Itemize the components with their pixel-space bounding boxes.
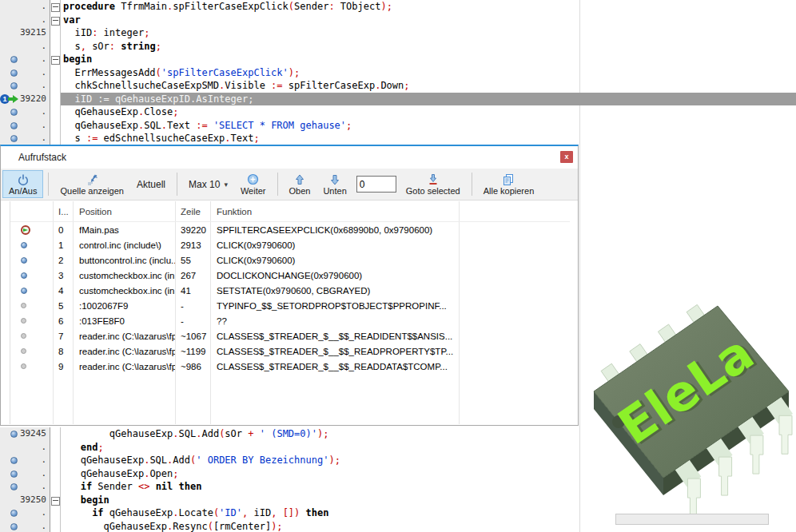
callstack-frame-row[interactable]: 1control.inc (include\)2913CLICK(0x97906… bbox=[10, 237, 570, 252]
frame-position[interactable]: :013FE8F0 bbox=[73, 316, 175, 326]
frame-line[interactable]: 41 bbox=[175, 286, 210, 296]
callstack-titlebar[interactable]: Aufrufstack x bbox=[1, 146, 578, 169]
frame-position[interactable]: reader.inc (C:\lazarus\fp... bbox=[73, 347, 175, 356]
gutter-cell[interactable]: 139220 bbox=[0, 93, 50, 106]
frame-line[interactable]: 267 bbox=[175, 271, 210, 280]
frame-function[interactable]: CLASSES$_$TREADER_$__$$_READPROPERTY$TP.… bbox=[210, 347, 459, 356]
fold-gutter[interactable] bbox=[50, 14, 61, 27]
callstack-frame-row[interactable]: 0fMain.pas39220SPFILTERCASEEXPCLICK(0x68… bbox=[10, 222, 570, 237]
current-frame-button[interactable]: Aktuell bbox=[130, 179, 172, 190]
fold-gutter[interactable] bbox=[50, 441, 61, 455]
frame-index[interactable]: 1 bbox=[53, 240, 73, 250]
gutter-cell[interactable]: . bbox=[0, 53, 50, 66]
code-line[interactable]: .begin bbox=[0, 53, 796, 66]
gutter-cell[interactable]: 39250 bbox=[0, 494, 50, 507]
frame-function[interactable]: CLICK(0x9790600) bbox=[210, 256, 459, 265]
gutter-cell[interactable]: . bbox=[0, 105, 50, 119]
fold-gutter[interactable] bbox=[50, 119, 61, 133]
max-depth-dropdown[interactable]: Max 10 ▾ bbox=[182, 179, 234, 190]
code-line[interactable]: 39215 iID: integer; bbox=[0, 26, 796, 40]
more-frames-button[interactable]: Weiter bbox=[234, 170, 273, 198]
fold-gutter[interactable] bbox=[50, 132, 61, 145]
frame-position[interactable]: customcheckbox.inc (in... bbox=[73, 286, 175, 296]
fold-gutter[interactable] bbox=[50, 0, 61, 14]
gutter-cell[interactable]: . bbox=[0, 0, 50, 14]
callstack-frame-row[interactable]: 3customcheckbox.inc (in...267DOCLICKONCH… bbox=[10, 268, 570, 283]
fold-collapse-icon[interactable] bbox=[51, 17, 60, 26]
code-line[interactable]: . chkSchnellsucheCaseExpSMD.Visible := s… bbox=[0, 79, 796, 93]
code-text[interactable]: chkSchnellsucheCaseExpSMD.Visible := spF… bbox=[61, 79, 796, 93]
fold-gutter[interactable] bbox=[50, 105, 61, 119]
show-source-button[interactable]: Quelle anzeigen bbox=[54, 170, 130, 198]
frame-position[interactable]: customcheckbox.inc (in... bbox=[73, 271, 175, 280]
callstack-frame-row[interactable]: 9reader.inc (C:\lazarus\fp...~986CLASSES… bbox=[10, 359, 570, 374]
frame-position[interactable]: fMain.pas bbox=[73, 225, 175, 235]
fold-gutter[interactable] bbox=[50, 66, 61, 80]
code-text[interactable]: s := edSchnellsucheCaseExp.Text; bbox=[61, 132, 796, 145]
code-text[interactable]: qGehauseExp.Close; bbox=[61, 105, 796, 119]
fold-gutter[interactable] bbox=[50, 494, 61, 507]
code-text[interactable]: var bbox=[61, 14, 796, 27]
fold-gutter[interactable] bbox=[50, 454, 61, 467]
code-line[interactable]: 139220 iID := qGehauseExpID.AsInteger; bbox=[0, 93, 796, 106]
frame-function[interactable]: SETSTATE(0x9790600, CBGRAYED) bbox=[210, 286, 459, 296]
gutter-cell[interactable]: . bbox=[0, 520, 50, 532]
frame-position[interactable]: reader.inc (C:\lazarus\fp... bbox=[73, 332, 175, 341]
gutter-cell[interactable]: . bbox=[0, 441, 50, 455]
code-line[interactable]: . qGehauseExp.SQL.Text := 'SELECT * FROM… bbox=[0, 119, 796, 133]
fold-gutter[interactable] bbox=[50, 480, 61, 494]
gutter-cell[interactable]: 39245 bbox=[0, 427, 50, 441]
gutter-cell[interactable]: . bbox=[0, 119, 50, 133]
frame-index[interactable]: 6 bbox=[53, 316, 73, 326]
gutter-cell[interactable]: . bbox=[0, 454, 50, 467]
gutter-cell[interactable]: . bbox=[0, 66, 50, 80]
frame-position[interactable]: :1002067F9 bbox=[73, 301, 175, 311]
frame-position[interactable]: control.inc (include\) bbox=[73, 240, 175, 250]
code-text[interactable]: s, sOr: string; bbox=[61, 40, 796, 54]
header-line[interactable]: Zeile bbox=[175, 207, 210, 216]
code-text[interactable]: iID := qGehauseExpID.AsInteger; bbox=[61, 93, 796, 106]
gutter-cell[interactable]: . bbox=[0, 79, 50, 93]
code-text[interactable]: begin bbox=[61, 53, 796, 66]
gutter-cell[interactable]: 39215 bbox=[0, 26, 50, 40]
gutter-cell[interactable]: . bbox=[0, 132, 50, 145]
gutter-cell[interactable]: . bbox=[0, 14, 50, 27]
frame-line[interactable]: - bbox=[175, 316, 210, 326]
frame-line[interactable]: 55 bbox=[175, 256, 210, 265]
fold-collapse-icon[interactable] bbox=[51, 497, 60, 506]
code-editor-top[interactable]: .procedure TfrmMain.spFilterCaseExpClick… bbox=[0, 0, 796, 145]
fold-gutter[interactable] bbox=[50, 506, 61, 520]
frame-line[interactable]: 2913 bbox=[175, 240, 210, 250]
fold-collapse-icon[interactable] bbox=[51, 3, 60, 12]
power-toggle-button[interactable]: An/Aus bbox=[2, 170, 43, 198]
frame-line[interactable]: 39220 bbox=[175, 225, 210, 235]
callstack-frame-row[interactable]: 2buttoncontrol.inc (inclu...55CLICK(0x97… bbox=[10, 252, 570, 268]
code-line[interactable]: .var bbox=[0, 14, 796, 27]
code-text[interactable]: ErrMessagesAdd('spFilterCaseExpClick'); bbox=[61, 66, 796, 80]
frame-index[interactable]: 3 bbox=[53, 271, 73, 280]
frame-function[interactable]: CLICK(0x9790600) bbox=[210, 240, 459, 250]
frame-line[interactable]: ~1199 bbox=[175, 347, 210, 356]
fold-gutter[interactable] bbox=[50, 520, 61, 532]
code-line[interactable]: . s := edSchnellsucheCaseExp.Text; bbox=[0, 132, 796, 145]
gutter-cell[interactable]: . bbox=[0, 467, 50, 481]
frame-index[interactable]: 5 bbox=[53, 301, 73, 311]
table-header-row[interactable]: I... Position Zeile Funktion bbox=[10, 201, 570, 222]
frame-down-button[interactable]: Unten bbox=[316, 170, 352, 198]
frame-index[interactable]: 0 bbox=[53, 225, 73, 235]
fold-gutter[interactable] bbox=[50, 26, 61, 40]
frame-line[interactable]: ~986 bbox=[175, 362, 210, 371]
fold-collapse-icon[interactable] bbox=[51, 56, 60, 65]
frame-index[interactable]: 7 bbox=[53, 332, 73, 341]
frame-index[interactable]: 4 bbox=[53, 286, 73, 296]
gutter-cell[interactable]: . bbox=[0, 480, 50, 494]
stack-index-input[interactable] bbox=[356, 176, 396, 193]
frame-function[interactable]: ?? bbox=[210, 316, 459, 326]
callstack-frame-row[interactable]: 5:1002067F9-TYPINFO_$$_SETORDPROP$TOBJEC… bbox=[10, 298, 570, 313]
frame-index[interactable]: 9 bbox=[53, 362, 73, 371]
code-text[interactable]: qGehauseExp.SQL.Text := 'SELECT * FROM g… bbox=[61, 119, 796, 133]
frame-position[interactable]: buttoncontrol.inc (inclu... bbox=[73, 256, 175, 265]
code-text[interactable]: procedure TfrmMain.spFilterCaseExpClick(… bbox=[61, 0, 796, 14]
callstack-frame-row[interactable]: 8reader.inc (C:\lazarus\fp...~1199CLASSE… bbox=[10, 343, 570, 359]
frame-function[interactable]: SPFILTERCASEEXPCLICK(0x68990b0, 0x979060… bbox=[210, 225, 459, 235]
